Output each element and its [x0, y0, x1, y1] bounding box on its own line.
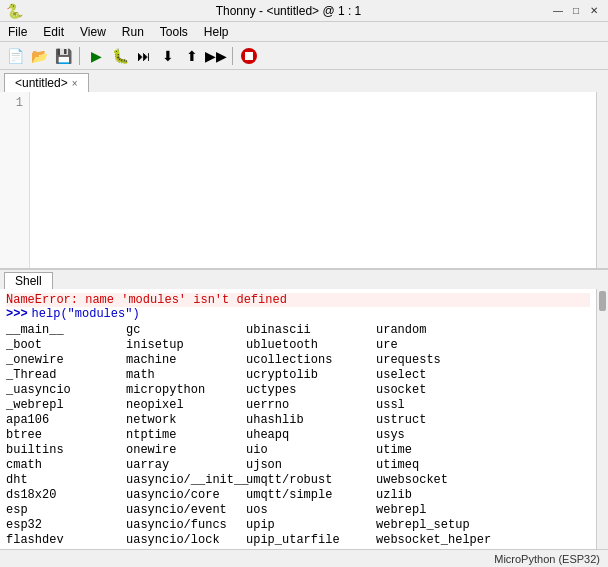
module-cell: uasyncio/funcs: [126, 518, 246, 532]
module-cell: _boot: [6, 338, 126, 352]
editor-area: 1: [0, 92, 608, 269]
module-cell: dht: [6, 473, 126, 487]
editor-tab[interactable]: <untitled> ×: [4, 73, 89, 92]
window-title: Thonny - <untitled> @ 1 : 1: [27, 4, 550, 18]
module-cell: uos: [246, 503, 376, 517]
module-cell: framebuf: [6, 548, 126, 549]
error-line: NameError: name 'modules' isn't defined: [6, 293, 590, 307]
module-cell: ubluetooth: [246, 338, 376, 352]
help-call: help("modules"): [32, 307, 140, 321]
shell-tab[interactable]: Shell: [4, 272, 53, 289]
module-cell: uerrno: [246, 398, 376, 412]
maximize-button[interactable]: □: [568, 3, 584, 19]
module-cell: cmath: [6, 458, 126, 472]
module-cell: btree: [6, 428, 126, 442]
module-cell: ds18x20: [6, 488, 126, 502]
module-cell: machine: [126, 353, 246, 367]
line-numbers: 1: [0, 92, 30, 268]
debug-button[interactable]: 🐛: [109, 45, 131, 67]
module-cell: usocket: [376, 383, 506, 397]
module-cell: webrepl: [376, 503, 506, 517]
menu-help[interactable]: Help: [200, 24, 233, 40]
module-cell: apa106: [6, 413, 126, 427]
module-cell: ustruct: [376, 413, 506, 427]
shell-inner: NameError: name 'modules' isn't defined …: [0, 289, 608, 549]
menu-view[interactable]: View: [76, 24, 110, 40]
step-into-button[interactable]: ⬇: [157, 45, 179, 67]
menu-tools[interactable]: Tools: [156, 24, 192, 40]
module-cell: flashdev: [6, 533, 126, 547]
open-file-button[interactable]: 📂: [28, 45, 50, 67]
module-cell: ure: [376, 338, 506, 352]
module-cell: __main__: [6, 323, 126, 337]
module-cell: ntptime: [126, 428, 246, 442]
step-out-button[interactable]: ⬆: [181, 45, 203, 67]
tab-close-button[interactable]: ×: [72, 78, 78, 89]
module-cell: urandom: [376, 323, 506, 337]
close-button[interactable]: ✕: [586, 3, 602, 19]
module-cell: uio: [246, 443, 376, 457]
title-bar: 🐍 Thonny - <untitled> @ 1 : 1 — □ ✕: [0, 0, 608, 22]
module-cell: upysh: [246, 548, 376, 549]
shell-scrollbar[interactable]: [596, 289, 608, 549]
toolbar-separator-2: [232, 47, 233, 65]
menu-edit[interactable]: Edit: [39, 24, 68, 40]
module-cell: utime: [376, 443, 506, 457]
minimize-button[interactable]: —: [550, 3, 566, 19]
module-cell: _webrepl: [6, 398, 126, 412]
module-cell: esp: [6, 503, 126, 517]
module-cell: uarray: [126, 458, 246, 472]
module-cell: uzlib: [376, 488, 506, 502]
error-text: NameError: name 'modules' isn't defined: [6, 293, 590, 307]
module-cell: [376, 548, 506, 549]
module-cell: ujson: [246, 458, 376, 472]
resume-button[interactable]: ▶▶: [205, 45, 227, 67]
module-cell: umqtt/robust: [246, 473, 376, 487]
module-cell: urequests: [376, 353, 506, 367]
module-cell: uasyncio/core: [126, 488, 246, 502]
module-cell: _onewire: [6, 353, 126, 367]
module-cell: uasyncio/lock: [126, 533, 246, 547]
module-cell: micropython: [126, 383, 246, 397]
module-cell: builtins: [6, 443, 126, 457]
stop-button[interactable]: [238, 45, 260, 67]
module-grid: __main__gcubinasciiurandom_bootinisetupu…: [6, 323, 590, 549]
module-cell: uwebsocket: [376, 473, 506, 487]
menu-file[interactable]: File: [4, 24, 31, 40]
module-cell: math: [126, 368, 246, 382]
line-number: 1: [0, 96, 23, 110]
stop-icon: [240, 47, 258, 65]
module-cell: uselect: [376, 368, 506, 382]
module-cell: network: [126, 413, 246, 427]
module-cell: uhashlib: [246, 413, 376, 427]
module-cell: ucryptolib: [246, 368, 376, 382]
editor-scrollbar[interactable]: [596, 92, 608, 268]
toolbar: 📄 📂 💾 ▶ 🐛 ⏭ ⬇ ⬆ ▶▶: [0, 42, 608, 70]
toolbar-separator-1: [79, 47, 80, 65]
tab-bar: <untitled> ×: [0, 70, 608, 92]
module-cell: upip_utarfile: [246, 533, 376, 547]
module-cell: gc: [126, 323, 246, 337]
module-cell: utimeq: [376, 458, 506, 472]
module-cell: uasyncio/stream: [126, 548, 246, 549]
module-cell: ussl: [376, 398, 506, 412]
shell-tab-bar: Shell: [0, 269, 608, 289]
module-cell: _Thread: [6, 368, 126, 382]
tab-label: <untitled>: [15, 76, 68, 90]
module-cell: websocket_helper: [376, 533, 506, 547]
module-cell: uheapq: [246, 428, 376, 442]
menu-bar: File Edit View Run Tools Help: [0, 22, 608, 42]
module-cell: uasyncio/__init__: [126, 473, 246, 487]
module-cell: neopixel: [126, 398, 246, 412]
status-bar: MicroPython (ESP32): [0, 549, 608, 567]
menu-run[interactable]: Run: [118, 24, 148, 40]
save-file-button[interactable]: 💾: [52, 45, 74, 67]
editor-content[interactable]: [30, 92, 596, 268]
shell-content[interactable]: NameError: name 'modules' isn't defined …: [0, 289, 596, 549]
step-over-button[interactable]: ⏭: [133, 45, 155, 67]
new-file-button[interactable]: 📄: [4, 45, 26, 67]
svg-rect-1: [245, 52, 253, 60]
module-cell: umqtt/simple: [246, 488, 376, 502]
run-button[interactable]: ▶: [85, 45, 107, 67]
module-cell: ubinascii: [246, 323, 376, 337]
